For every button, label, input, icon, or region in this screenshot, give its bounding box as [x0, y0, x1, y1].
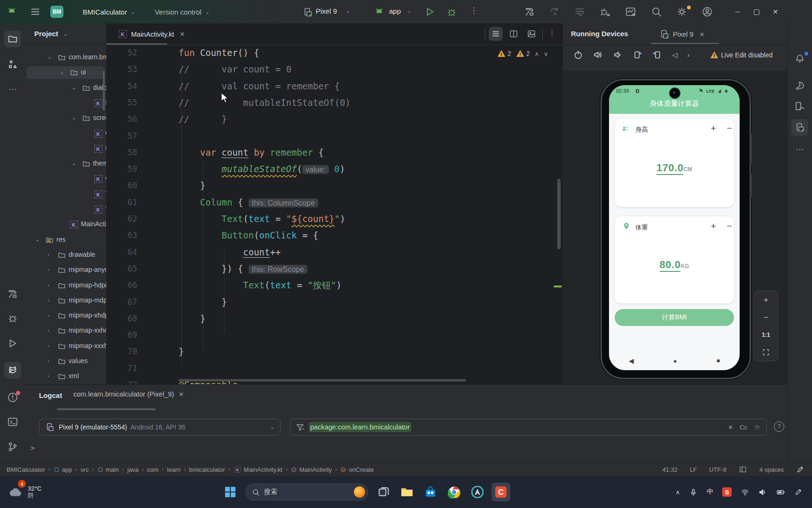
line-number[interactable]: 58: [106, 144, 137, 161]
tree-item-The[interactable]: KThe: [25, 188, 106, 201]
phone-screen[interactable]: 02:39 LTE 身体质量计算器: [609, 85, 740, 370]
tree-item-values[interactable]: ›values: [25, 355, 106, 368]
line-number[interactable]: 61: [106, 194, 137, 211]
code-line-71[interactable]: 71: [106, 360, 563, 377]
line-number[interactable]: 56: [106, 111, 137, 127]
editor-preview-button[interactable]: [524, 27, 539, 41]
line-number[interactable]: 60: [106, 177, 137, 194]
window-close-button[interactable]: ✕: [766, 4, 785, 20]
run-config-icon[interactable]: [374, 7, 384, 17]
taskbar-search-box[interactable]: 搜索: [246, 484, 368, 500]
tool-logcat-button[interactable]: [4, 362, 21, 379]
profiler-button[interactable]: [625, 6, 636, 17]
height-minus-button[interactable]: −: [724, 123, 734, 134]
tray-show-hidden-icon[interactable]: ∧: [675, 489, 680, 496]
search-everywhere-button[interactable]: [651, 6, 662, 17]
device-volume-down-button[interactable]: [613, 50, 623, 60]
logcat-device-selector[interactable]: Pixel 9 (emulator-5554) Android 16, API …: [39, 419, 281, 436]
tree-expand-icon[interactable]: ⌄: [72, 85, 76, 91]
breadcrumb-java[interactable]: java: [127, 466, 139, 473]
device-rotate-left-button[interactable]: [632, 50, 642, 60]
calc-bmi-button[interactable]: 计算BMI: [615, 309, 734, 326]
filter-query-text[interactable]: package:com.learn.bmicalculator: [309, 422, 411, 432]
code-line-65[interactable]: 65 }) { this: RowScope: [106, 260, 563, 277]
device-tab-close-icon[interactable]: ✕: [700, 31, 705, 38]
settings-button[interactable]: [676, 6, 687, 17]
tree-expand-icon[interactable]: ›: [47, 343, 49, 349]
tree-item-dialog[interactable]: ⌄dialog: [25, 81, 106, 95]
line-number[interactable]: 68: [106, 310, 137, 327]
height-value[interactable]: 170.0: [656, 162, 684, 175]
tree-item-res[interactable]: ⌄res: [25, 233, 106, 247]
line-number[interactable]: 71: [106, 360, 137, 377]
height-plus-button[interactable]: +: [708, 123, 718, 134]
file-encoding[interactable]: UTF-8: [709, 466, 726, 473]
tool-device-manager-button[interactable]: [791, 98, 808, 115]
tree-item-com.learn.bm[interactable]: ⌄com.learn.bm: [25, 51, 106, 64]
line-number[interactable]: 53: [106, 61, 137, 78]
code-editor[interactable]: 52fun Counter() {53// var count = 054// …: [106, 45, 563, 384]
tray-input-app-icon[interactable]: S: [722, 487, 732, 497]
line-separator[interactable]: LF: [690, 466, 697, 473]
breadcrumb-MainActivity.kt[interactable]: KMainActivity.kt: [234, 466, 282, 474]
tree-item-theme[interactable]: ⌄theme: [25, 157, 106, 171]
code-line-57[interactable]: 57: [106, 127, 563, 144]
readonly-toggle-icon[interactable]: [796, 465, 804, 474]
window-maximize-button[interactable]: ▢: [747, 4, 766, 20]
editor-hscrollbar[interactable]: [179, 379, 466, 381]
line-number[interactable]: 69: [106, 326, 137, 343]
tree-expand-icon[interactable]: ›: [47, 282, 49, 288]
line-number[interactable]: 52: [106, 45, 137, 61]
tab-mainactivity[interactable]: K MainActivity.kt ✕: [119, 24, 185, 45]
tree-item-Inpu[interactable]: KInpu: [25, 96, 106, 110]
tray-mic-icon[interactable]: [689, 488, 698, 497]
tree-expand-icon[interactable]: ›: [47, 312, 49, 318]
tray-volume-icon[interactable]: [758, 488, 767, 497]
tree-expand-icon[interactable]: ›: [47, 252, 49, 257]
tree-item-screen[interactable]: ⌄screen: [25, 111, 106, 125]
filter-help-button[interactable]: ?: [774, 421, 784, 432]
weight-value[interactable]: 80.0: [660, 259, 681, 272]
editor-options-icon[interactable]: ⋮: [548, 28, 556, 38]
tray-wifi-icon[interactable]: [741, 488, 750, 497]
line-number[interactable]: 55: [106, 94, 137, 111]
tree-item-mipmap-mdpi[interactable]: ›mipmap-mdpi: [25, 294, 106, 308]
cursor-position[interactable]: 41:32: [662, 466, 678, 473]
tool-build-button[interactable]: [4, 286, 21, 302]
tray-battery-icon[interactable]: [776, 488, 785, 497]
breadcrumb-MainActivity[interactable]: CMainActivity: [291, 466, 332, 473]
device-forward-button[interactable]: ›: [687, 51, 690, 59]
filter-match-case-toggle[interactable]: Cc: [740, 424, 748, 431]
main-menu-icon[interactable]: [30, 7, 40, 17]
code-line-54[interactable]: 54// val count = remember {: [106, 78, 563, 95]
zoom-in-button[interactable]: +: [754, 291, 778, 309]
tool-project-button[interactable]: [4, 31, 21, 48]
code-line-69[interactable]: 69: [106, 326, 563, 343]
tree-expand-icon[interactable]: ⌄: [72, 160, 76, 167]
code-line-68[interactable]: 68 }: [106, 310, 563, 327]
android-studio-button[interactable]: [468, 483, 487, 501]
nav-recents-button[interactable]: ■: [717, 357, 720, 364]
device-rotate-right-button[interactable]: [652, 50, 662, 60]
code-line-67[interactable]: 67 }: [106, 294, 563, 310]
tree-item-Res[interactable]: KRes: [25, 142, 106, 156]
zoom-ratio-button[interactable]: 1:1: [754, 326, 778, 343]
tab-close-icon[interactable]: ✕: [180, 31, 185, 38]
breadcrumb-src[interactable]: src: [80, 466, 88, 473]
zoom-fit-button[interactable]: [754, 343, 778, 361]
tool-terminal-button[interactable]: [4, 413, 21, 430]
code-line-64[interactable]: 64 count++: [106, 244, 563, 261]
tool-run-button[interactable]: [4, 335, 21, 352]
code-line-55[interactable]: 55// mutableIntStateOf(0): [106, 94, 563, 111]
attach-debugger-button[interactable]: [600, 6, 611, 17]
tool-running-devices-button[interactable]: [791, 119, 808, 136]
running-devices-title[interactable]: Running Devices: [571, 30, 628, 38]
breadcrumb-app[interactable]: app: [54, 466, 72, 473]
tree-item-mipmap-xxhd[interactable]: ›mipmap-xxhd: [25, 324, 106, 338]
filter-icon[interactable]: [296, 423, 304, 432]
project-tree-scrollbar[interactable]: [103, 71, 105, 111]
debug-button[interactable]: [446, 7, 457, 17]
task-view-button[interactable]: [374, 483, 393, 501]
logcat-title[interactable]: Logcat: [39, 391, 62, 399]
tree-item-mipmap-hdpi[interactable]: ›mipmap-hdpi: [25, 279, 106, 293]
